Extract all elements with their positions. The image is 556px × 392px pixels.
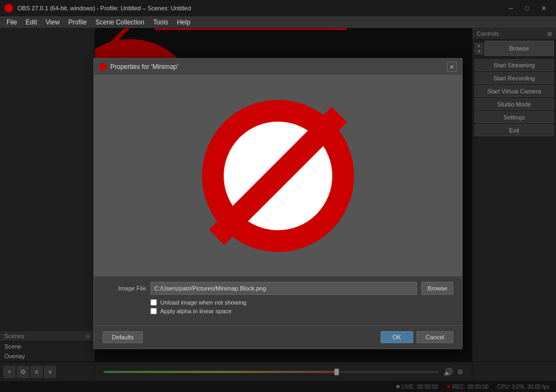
properties-dialog: Properties for 'Minimap' ✕ Image File Br… xyxy=(93,58,463,349)
dialog-form: Image File Browse Unload image when not … xyxy=(94,276,462,321)
unload-checkbox-row: Unload image when not showing xyxy=(103,298,453,307)
app-icon xyxy=(4,4,13,12)
dialog-overlay: Properties for 'Minimap' ✕ Image File Br… xyxy=(0,28,556,392)
dialog-obs-icon xyxy=(99,63,107,71)
alpha-label: Apply alpha in linear space xyxy=(160,308,231,314)
dialog-titlebar: Properties for 'Minimap' ✕ xyxy=(94,59,462,75)
menu-file[interactable]: File xyxy=(2,17,21,27)
image-file-row: Image File Browse xyxy=(103,282,453,295)
no-sign-image xyxy=(202,100,354,252)
menu-profile[interactable]: Profile xyxy=(64,17,91,27)
close-button[interactable]: ✕ xyxy=(535,0,552,16)
maximize-button[interactable]: □ xyxy=(519,0,535,16)
window-controls: ─ □ ✕ xyxy=(503,0,552,16)
window-title: OBS 27.0.1 (64-bit, windows) - Profile: … xyxy=(17,5,498,11)
dialog-preview xyxy=(94,75,462,276)
dialog-title-text: Properties for 'Minimap' xyxy=(110,63,178,71)
dialog-title-container: Properties for 'Minimap' xyxy=(99,63,178,71)
ok-button[interactable]: OK xyxy=(381,331,413,343)
image-file-input[interactable] xyxy=(150,282,417,295)
dialog-close-button[interactable]: ✕ xyxy=(447,62,457,72)
unload-checkbox[interactable] xyxy=(150,299,157,306)
dialog-footer: Defaults OK Cancel xyxy=(94,325,462,349)
defaults-button[interactable]: Defaults xyxy=(103,331,143,343)
image-file-label: Image File xyxy=(103,285,146,292)
menu-scene-collection[interactable]: Scene Collection xyxy=(91,17,149,27)
unload-label: Unload image when not showing xyxy=(160,299,247,306)
menu-tools[interactable]: Tools xyxy=(149,17,173,27)
menu-view[interactable]: View xyxy=(41,17,64,27)
footer-left: Defaults xyxy=(103,331,143,343)
menu-help[interactable]: Help xyxy=(173,17,195,27)
menu-edit[interactable]: Edit xyxy=(21,17,41,27)
footer-right: OK Cancel xyxy=(381,331,453,343)
title-bar: OBS 27.0.1 (64-bit, windows) - Profile: … xyxy=(0,0,556,16)
image-browse-button[interactable]: Browse xyxy=(421,282,453,295)
minimize-button[interactable]: ─ xyxy=(503,0,519,16)
alpha-checkbox-row: Apply alpha in linear space xyxy=(103,307,453,315)
alpha-checkbox[interactable] xyxy=(150,308,157,314)
cancel-button[interactable]: Cancel xyxy=(416,331,453,343)
menu-bar: File Edit View Profile Scene Collection … xyxy=(0,16,556,28)
main-layout: Minimap Scenes ⊞ Scene Overlay + − ∧ ∨ xyxy=(0,28,556,392)
